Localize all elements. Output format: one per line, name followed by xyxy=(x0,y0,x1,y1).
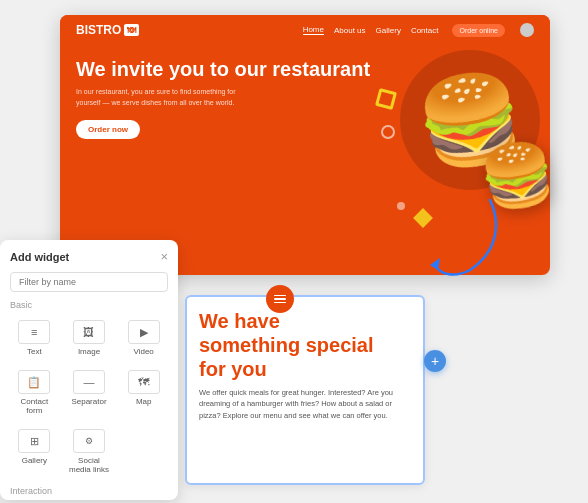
hero-order-button[interactable]: Order now xyxy=(76,120,140,139)
widget-item-contact-form[interactable]: 📋 Contact form xyxy=(10,366,59,419)
widget-panel-header: Add widget × xyxy=(10,250,168,263)
map-widget-label: Map xyxy=(136,397,152,406)
orange-badge xyxy=(266,285,294,313)
content-card: We have something special for you We off… xyxy=(185,295,425,485)
widget-item-separator[interactable]: — Separator xyxy=(65,366,114,419)
gallery-widget-label: Gallery xyxy=(22,456,47,465)
hero-title: We invite you to our restaurant xyxy=(76,57,534,81)
website-nav: BISTRO 🍽 Home About us Gallery Contact O… xyxy=(60,15,550,45)
badge-line-1 xyxy=(274,295,286,297)
separator-widget-icon: — xyxy=(73,370,105,394)
social-media-widget-icon: ⚙︎ xyxy=(73,429,105,453)
nav-link-about[interactable]: About us xyxy=(334,26,366,35)
widget-item-gallery[interactable]: ⊞ Gallery xyxy=(10,425,59,478)
nav-logo: BISTRO 🍽 xyxy=(76,23,139,37)
content-title-line3: for you xyxy=(199,358,267,380)
content-title-line1: We have xyxy=(199,310,280,332)
nav-avatar xyxy=(520,23,534,37)
content-title-line2: something special xyxy=(199,334,374,356)
social-media-widget-label: Social media links xyxy=(67,456,112,474)
nav-logo-text: BISTRO xyxy=(76,23,121,37)
widget-item-video[interactable]: ▶ Video xyxy=(119,316,168,360)
widget-item-image[interactable]: 🖼 Image xyxy=(65,316,114,360)
widget-close-button[interactable]: × xyxy=(160,250,168,263)
nav-link-gallery[interactable]: Gallery xyxy=(376,26,401,35)
widget-item-social-media[interactable]: ⚙︎ Social media links xyxy=(65,425,114,478)
text-widget-label: Text xyxy=(27,347,42,356)
widget-panel-title: Add widget xyxy=(10,251,69,263)
nav-link-home[interactable]: Home xyxy=(303,25,324,35)
badge-line-3 xyxy=(274,302,286,304)
gallery-widget-icon: ⊞ xyxy=(18,429,50,453)
blue-arrow-icon xyxy=(430,190,510,294)
decoration-dot-1 xyxy=(397,202,405,210)
add-widget-button[interactable]: + xyxy=(424,350,446,372)
content-card-title: We have something special for you xyxy=(199,309,411,381)
video-widget-label: Video xyxy=(134,347,154,356)
widget-basic-grid: ≡ Text 🖼 Image ▶ Video 📋 Contact form — xyxy=(10,316,168,478)
nav-logo-icon: 🍽 xyxy=(124,24,139,36)
hero-text: We invite you to our restaurant In our r… xyxy=(76,57,534,139)
widget-interaction-section-label: Interaction xyxy=(10,486,168,496)
image-widget-label: Image xyxy=(78,347,100,356)
widget-search-input[interactable] xyxy=(10,272,168,292)
content-card-body: We offer quick meals for great hunger. I… xyxy=(199,387,411,421)
order-online-button[interactable]: Order online xyxy=(452,24,505,37)
widget-basic-section-label: Basic xyxy=(10,300,168,310)
separator-widget-label: Separator xyxy=(71,397,106,406)
contact-form-widget-label: Contact form xyxy=(12,397,57,415)
hero-subtitle: In our restaurant, you are sure to find … xyxy=(76,87,236,108)
nav-links: Home About us Gallery Contact Order onli… xyxy=(303,23,534,37)
widget-item-text[interactable]: ≡ Text xyxy=(10,316,59,360)
video-widget-icon: ▶ xyxy=(128,320,160,344)
badge-line-2 xyxy=(274,298,286,300)
map-widget-icon: 🗺 xyxy=(128,370,160,394)
contact-form-widget-icon: 📋 xyxy=(18,370,50,394)
text-widget-icon: ≡ xyxy=(18,320,50,344)
nav-link-contact[interactable]: Contact xyxy=(411,26,439,35)
image-widget-icon: 🖼 xyxy=(73,320,105,344)
add-widget-panel: Add widget × Basic ≡ Text 🖼 Image ▶ Vide… xyxy=(0,240,178,500)
widget-item-map[interactable]: 🗺 Map xyxy=(119,366,168,419)
